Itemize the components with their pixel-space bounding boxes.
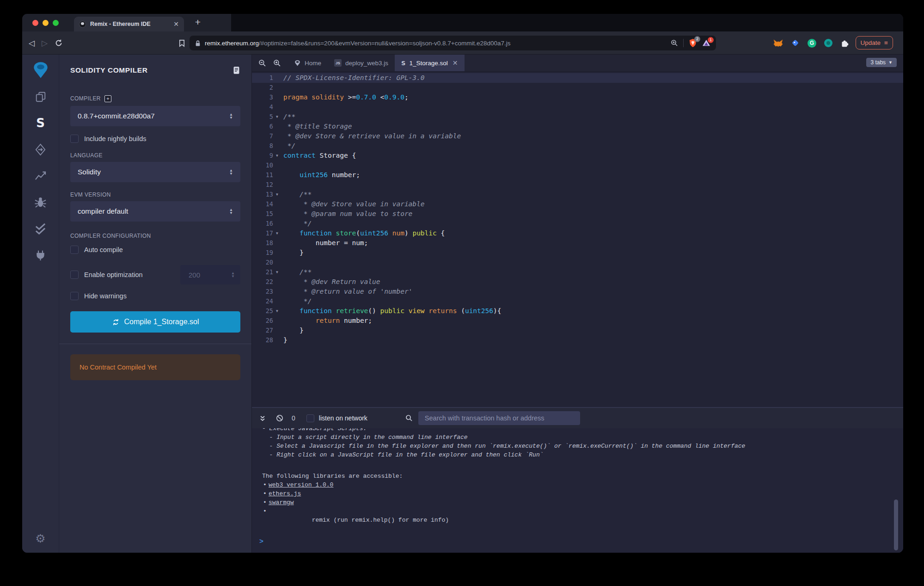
- minimize-window-button[interactable]: [43, 20, 49, 26]
- extensions-puzzle-icon[interactable]: [840, 39, 849, 48]
- rewards-badge: 1: [708, 37, 714, 43]
- library-link[interactable]: ethers.js: [269, 490, 301, 497]
- code-line: 13▼ /**: [252, 190, 903, 199]
- panel-title: SOLIDITY COMPILER: [70, 66, 148, 74]
- solidity-compiler-icon[interactable]: S: [31, 113, 51, 133]
- activity-bar: S: [22, 55, 59, 553]
- list-item: web3 version 1.0.0: [262, 481, 903, 489]
- grammarly-icon[interactable]: G: [808, 39, 816, 48]
- code-line: 17▼ function store(uint256 num) public {: [252, 228, 903, 238]
- static-analysis-icon[interactable]: [31, 166, 51, 186]
- compiler-label: COMPILER: [70, 95, 101, 102]
- file-explorer-icon[interactable]: [31, 86, 51, 107]
- collapse-terminal-icon[interactable]: [259, 415, 266, 422]
- code-line: 19 }: [252, 248, 903, 258]
- terminal-output: - Execute JavaScript Scripts: - Input a …: [252, 428, 903, 553]
- code-line: 22 * @dev Return value: [252, 277, 903, 287]
- evm-version-select[interactable]: compiler default ▲▼: [70, 201, 240, 222]
- update-button[interactable]: Update ≡: [856, 36, 893, 49]
- tag-extension-icon[interactable]: [791, 39, 800, 48]
- js-file-icon: JS: [334, 59, 342, 67]
- libraries-heading: The following libraries are accessible:: [262, 472, 903, 481]
- code-line: 16 */: [252, 219, 903, 228]
- terminal-line: - Input a script directly in the command…: [262, 433, 903, 442]
- tab-deploy-web3[interactable]: JS deploy_web3.js: [328, 55, 395, 71]
- remix-favicon-icon: [79, 21, 86, 28]
- transaction-search-input[interactable]: [418, 411, 580, 425]
- settings-gear-icon[interactable]: ⚙: [35, 532, 45, 545]
- terminal-prompt[interactable]: >: [259, 537, 263, 546]
- code-line: 9▼contract Storage {: [252, 151, 903, 160]
- transactions-count: 0: [292, 414, 295, 422]
- url-bar[interactable]: remix.ethereum.org /#optimize=false&runs…: [190, 36, 716, 50]
- remix-logo-icon[interactable]: [31, 60, 51, 80]
- menu-hamburger-icon: ≡: [884, 39, 888, 46]
- terminal-search-icon: [405, 414, 413, 422]
- code-line: 24 */: [252, 296, 903, 306]
- code-editor[interactable]: 1// SPDX-License-Identifier: GPL-3.023pr…: [252, 72, 903, 407]
- tab-storage-sol-label: 1_Storage.sol: [409, 60, 447, 67]
- select-chevrons-icon: ▲▼: [229, 113, 233, 119]
- back-button[interactable]: ◁: [29, 31, 35, 55]
- browser-tab[interactable]: Remix - Ethereum IDE ✕: [74, 17, 184, 31]
- code-line: 26 return number;: [252, 316, 903, 326]
- code-line: 1// SPDX-License-Identifier: GPL-3.0: [252, 73, 903, 83]
- tab-close-icon[interactable]: ✕: [173, 20, 179, 28]
- code-line: 2: [252, 83, 903, 93]
- plugin-manager-icon[interactable]: [31, 245, 51, 265]
- brave-rewards-icon[interactable]: 1: [702, 39, 710, 47]
- tab-home[interactable]: Home: [288, 55, 328, 71]
- list-item: remix (run remix.help() for more info): [262, 507, 903, 533]
- fullscreen-window-button[interactable]: [53, 20, 59, 26]
- compiler-version-value: 0.8.7+commit.e28d00a7: [78, 112, 155, 120]
- hide-warnings-label: Hide warnings: [84, 292, 127, 300]
- listen-on-network-checkbox[interactable]: [306, 414, 314, 422]
- new-tab-button[interactable]: +: [191, 16, 204, 29]
- code-line: 5▼/**: [252, 112, 903, 122]
- browser-window: Remix - Ethereum IDE ✕ + ◁ ▷ remix.ether…: [22, 14, 903, 553]
- terminal-scrollbar-thumb[interactable]: [894, 500, 898, 550]
- tabs-count-badge[interactable]: 3 tabs ▼: [866, 58, 897, 67]
- auto-compile-checkbox[interactable]: [70, 246, 79, 254]
- documentation-book-icon[interactable]: [233, 66, 240, 74]
- deploy-run-icon[interactable]: [31, 139, 51, 160]
- language-select[interactable]: Solidity ▲▼: [70, 162, 240, 182]
- add-compiler-icon[interactable]: +: [104, 95, 111, 102]
- debugger-bug-icon[interactable]: [31, 192, 51, 212]
- zoom-page-icon[interactable]: [671, 39, 678, 47]
- hide-warnings-checkbox[interactable]: [70, 292, 79, 300]
- brave-shield-icon[interactable]: 2: [689, 38, 697, 48]
- editor-zoom-in-icon[interactable]: [273, 59, 281, 67]
- language-label: LANGUAGE: [70, 152, 240, 159]
- library-link[interactable]: web3 version 1.0.0: [269, 481, 333, 488]
- include-nightly-label: Include nightly builds: [84, 135, 147, 142]
- teal-extension-icon[interactable]: [824, 39, 832, 47]
- terminal-line: - Execute JavaScript Scripts:: [262, 428, 903, 433]
- tab-storage-sol[interactable]: S 1_Storage.sol ✕: [395, 55, 464, 71]
- code-line: 7 * @dev Store & retrieve value in a var…: [252, 131, 903, 141]
- include-nightly-checkbox[interactable]: [70, 135, 79, 143]
- enable-optimization-checkbox[interactable]: [70, 271, 79, 279]
- browser-toolbar: ◁ ▷ remix.ethereum.org /#optimize=false&…: [22, 31, 903, 55]
- code-line: 4: [252, 102, 903, 112]
- metamask-icon[interactable]: [773, 39, 783, 48]
- reload-button[interactable]: [55, 31, 62, 55]
- compiler-version-select[interactable]: 0.8.7+commit.e28d00a7 ▲▼: [70, 106, 240, 126]
- clear-console-ban-icon[interactable]: [276, 414, 283, 422]
- forward-button[interactable]: ▷: [42, 31, 48, 55]
- bookmark-icon[interactable]: [178, 31, 185, 55]
- select-chevrons-icon: ▲▼: [229, 169, 233, 175]
- unit-testing-icon[interactable]: [31, 218, 51, 239]
- url-path: /#optimize=false&runs=200&evmVersion=nul…: [259, 40, 667, 47]
- include-nightly-row: Include nightly builds: [70, 135, 240, 143]
- code-line: 21▼ /**: [252, 267, 903, 277]
- terminal-line: - Right click on a JavaScript file in th…: [262, 450, 903, 459]
- library-link[interactable]: swarmgw: [269, 499, 294, 506]
- code-line: 10: [252, 160, 903, 170]
- editor-zoom-out-icon[interactable]: [258, 59, 266, 67]
- compile-button[interactable]: Compile 1_Storage.sol: [70, 311, 240, 333]
- tab-home-label: Home: [305, 60, 321, 67]
- tab-close-icon[interactable]: ✕: [453, 59, 458, 67]
- close-window-button[interactable]: [32, 20, 38, 26]
- solidity-file-icon: S: [401, 60, 405, 67]
